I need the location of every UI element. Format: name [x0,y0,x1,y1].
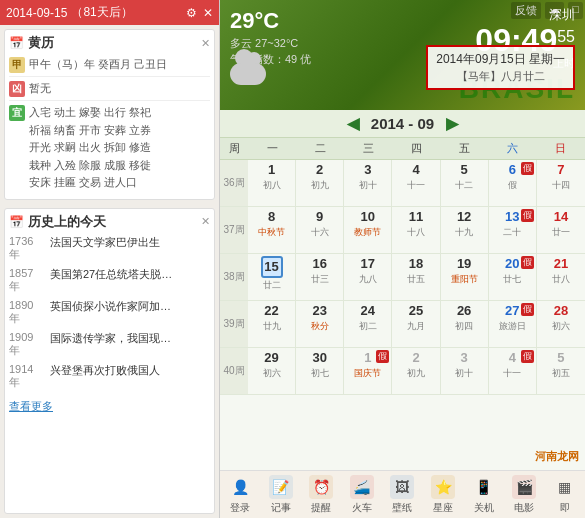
cal-cell[interactable]: 8 中秋节 [248,207,296,253]
cal-badge: 假 [521,256,534,269]
close-icon[interactable]: ✕ [203,6,213,20]
cal-cell[interactable]: 5 初五 [537,348,585,394]
nav-icon: 🖼 [390,475,414,499]
cal-cell[interactable]: 28 初六 [537,301,585,347]
nav-item[interactable]: 🚄 火车 [350,475,374,515]
nav-item[interactable]: ▦ 即 [553,475,577,515]
history-close[interactable]: ✕ [201,215,210,228]
cal-cell[interactable]: 18 廿五 [392,254,440,300]
ji-icon: 凶 [9,81,25,97]
cal-cell[interactable]: 假 4 十一 [489,348,537,394]
yi-content: 入宅 动土 嫁娶 出行 祭祀 祈福 纳畜 开市 安葬 立券 开光 求嗣 出火 拆… [29,104,210,192]
cal-cell[interactable]: 7 十四 [537,160,585,206]
cal-header-tue: 二 [296,138,344,159]
ganzhi-content: 甲午（马）年 癸酉月 己丑日 [29,56,210,73]
nav-icon: 📝 [269,475,293,499]
nav-item[interactable]: ⭐ 星座 [431,475,455,515]
cal-cell[interactable]: 9 十六 [296,207,344,253]
cal-lunar: 初二 [345,320,390,333]
settings-icon[interactable]: ⚙ [186,6,197,20]
nav-item[interactable]: 🎬 电影 [512,475,536,515]
cal-lunar: 廿二 [249,279,294,292]
cal-cell[interactable]: 5 十二 [441,160,489,206]
cal-cell[interactable]: 4 十一 [392,160,440,206]
cal-next-btn[interactable]: ▶ [446,114,458,133]
cal-cell[interactable]: 假 20 廿七 [489,254,537,300]
nav-item[interactable]: ⏰ 提醒 [309,475,333,515]
cal-day-num: 9 [297,209,342,225]
nav-item[interactable]: 📝 记事 [269,475,293,515]
cal-day-num: 29 [249,350,294,366]
cal-lunar: 九月 [393,320,438,333]
cal-day-num: 5 [442,162,487,178]
nav-item[interactable]: 🖼 壁纸 [390,475,414,515]
history-year: 1909年 [9,331,44,358]
cal-cell[interactable]: 26 初四 [441,301,489,347]
divider2 [9,100,210,101]
cal-cell[interactable]: 2 初九 [296,160,344,206]
cal-lunar: 旅游日 [490,320,535,333]
cal-cell[interactable]: 假 13 二十 [489,207,537,253]
nav-item[interactable]: 📱 关机 [472,475,496,515]
cal-cell[interactable]: 假 6 假 [489,160,537,206]
nav-icon: ⭐ [431,475,455,499]
cal-cell[interactable]: 11 十八 [392,207,440,253]
cal-cell[interactable]: 24 初二 [344,301,392,347]
cal-cell[interactable]: 25 九月 [392,301,440,347]
cal-cell[interactable]: 3 初十 [441,348,489,394]
cal-cell[interactable]: 1 初八 [248,160,296,206]
cal-cell[interactable]: 15 廿二 [248,254,296,300]
cal-row: 38周 15 廿二 16 廿三 17 九八 18 廿五 19 重阳节 假 20 … [220,254,585,301]
cal-prev-btn[interactable]: ◀ [347,114,359,133]
cal-day-num: 19 [442,256,487,272]
history-year: 1736年 [9,235,44,262]
cal-lunar: 初十 [345,179,390,192]
cal-cell[interactable]: 22 廿九 [248,301,296,347]
nav-label: 提醒 [311,501,331,515]
cal-cell[interactable]: 23 秋分 [296,301,344,347]
cal-cell[interactable]: 17 九八 [344,254,392,300]
nav-label: 壁纸 [392,501,412,515]
cal-day-num: 23 [297,303,342,319]
cal-cell[interactable]: 29 初六 [248,348,296,394]
history-row: 1736年法国天文学家巴伊出生 [9,235,210,262]
cal-lunar: 廿一 [538,226,584,239]
cal-nav: ◀ 2014 - 09 ▶ [220,110,585,138]
cal-lunar: 二十 [490,226,535,239]
cal-cell[interactable]: 16 廿三 [296,254,344,300]
cal-cell[interactable]: 假 1 国庆节 [344,348,392,394]
cal-day-num: 1 [249,162,294,178]
weather-icon [230,55,270,95]
cal-cell[interactable]: 14 廿一 [537,207,585,253]
cal-lunar: 九八 [345,273,390,286]
weather-temp: 29°C [230,8,311,34]
cal-lunar: 初十 [442,367,487,380]
nav-item[interactable]: 👤 登录 [228,475,252,515]
history-year: 1890年 [9,299,44,326]
cloud-shape [230,55,270,77]
date-box: 2014年09月15日 星期一 【马年】八月廿二 [426,45,575,90]
cal-header-mon: 一 [248,138,296,159]
huangli-close[interactable]: ✕ [201,37,210,50]
title-bar-left: 2014-09-15 （81天后） [6,4,133,21]
cal-cell[interactable]: 12 十九 [441,207,489,253]
cal-cell[interactable]: 3 初十 [344,160,392,206]
history-section: 📅 历史上的今天 ✕ 1736年法国天文学家巴伊出生1857年美国第27任总统塔… [4,208,215,514]
cal-day-num: 16 [297,256,342,272]
nav-label: 电影 [514,501,534,515]
huangli-section: 📅 黄历 ✕ 甲 甲午（马）年 癸酉月 己丑日 凶 暂无 宜 入宅 动土 嫁娶 … [4,29,215,200]
cal-cell[interactable]: 10 教师节 [344,207,392,253]
cal-cell[interactable]: 30 初七 [296,348,344,394]
view-more-link[interactable]: 查看更多 [9,399,53,414]
title-bar: 2014-09-15 （81天后） ⚙ ✕ [0,0,219,25]
cal-cell[interactable]: 2 初九 [392,348,440,394]
history-year: 1857年 [9,267,44,294]
cal-cell[interactable]: 19 重阳节 [441,254,489,300]
cal-lunar: 廿八 [538,273,584,286]
cal-cell[interactable]: 假 27 旅游日 [489,301,537,347]
nav-icon: ⏰ [309,475,333,499]
cal-lunar: 假 [490,179,535,192]
nav-label: 关机 [474,501,494,515]
cal-cell[interactable]: 21 廿八 [537,254,585,300]
cal-grid: 周 一 二 三 四 五 六 日 36周 1 初八 2 初九 3 初十 4 十一 [220,138,585,470]
